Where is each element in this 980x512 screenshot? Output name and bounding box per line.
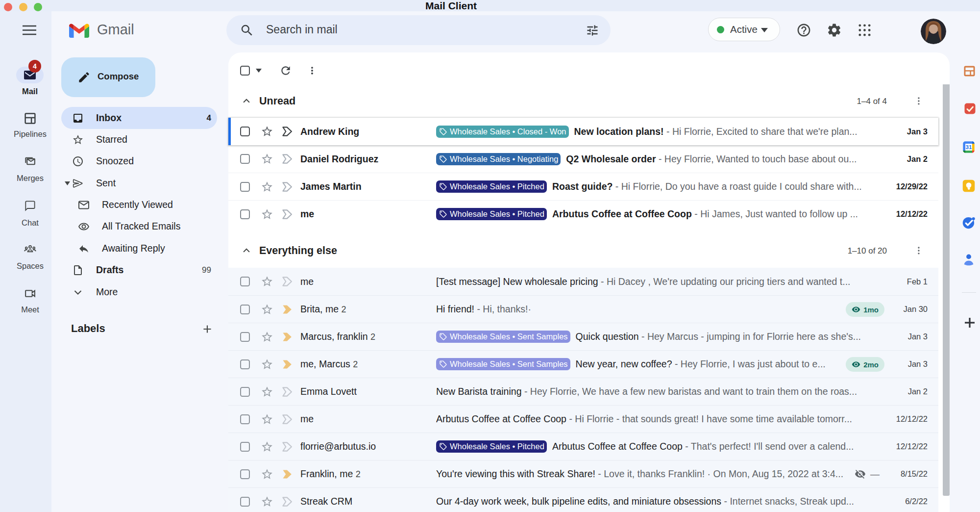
svg-text:31: 31	[966, 144, 972, 150]
